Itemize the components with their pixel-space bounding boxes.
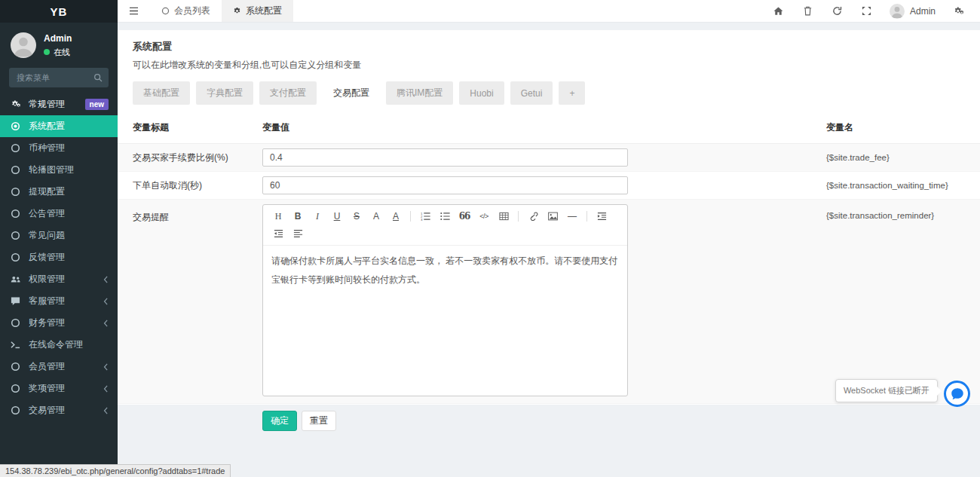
editor-toolbar: HBIUSAA12366</>— <box>263 205 627 246</box>
sidebar-item-auth[interactable]: 权限管理 <box>0 268 118 290</box>
topbar-right: Admin <box>764 0 980 22</box>
sidebar-item-service[interactable]: 客服管理 <box>0 290 118 312</box>
sidebar-item-notice[interactable]: 公告管理 <box>0 203 118 225</box>
config-tab-getui[interactable]: Getui <box>510 81 553 105</box>
code-icon[interactable]: </> <box>476 209 492 224</box>
row-varname: {$site.transaction_waiting_time} <box>826 176 980 194</box>
horizontal-rule-icon[interactable]: — <box>564 209 580 224</box>
menu-toggle-icon[interactable] <box>118 0 150 22</box>
heading-icon[interactable]: H <box>270 209 286 224</box>
chevron-left-icon <box>103 407 109 414</box>
sidebar-item-system-config[interactable]: 系统配置 <box>0 115 118 137</box>
config-tab-dictionary[interactable]: 字典配置 <box>196 81 253 105</box>
row-title: 交易提醒 <box>133 204 262 396</box>
fullscreen-icon[interactable] <box>852 0 881 23</box>
chat-widget-button[interactable] <box>944 381 970 407</box>
underline-icon[interactable]: U <box>329 209 345 224</box>
sidebar: YB Admin 在线 常规管理new系统配置币种管理轮播图管理提现配置公告管理… <box>0 0 118 477</box>
circle-icon <box>11 187 23 197</box>
editor-content[interactable]: 请确保付款卡所属人与平台实名信息一致， 若不一致卖家有权不放币。请不要使用支付宝… <box>263 246 627 295</box>
new-badge: new <box>85 99 109 110</box>
page-title: 系统配置 <box>133 40 980 54</box>
ordered-list-icon[interactable]: 123 <box>417 209 433 224</box>
row-title: 下单自动取消(秒) <box>133 176 262 194</box>
italic-icon[interactable]: I <box>309 209 326 224</box>
circle-icon <box>11 362 23 372</box>
refresh-icon[interactable] <box>822 0 852 23</box>
sidebar-item-feedback[interactable]: 反馈管理 <box>0 246 118 268</box>
table-row: 下单自动取消(秒) {$site.transaction_waiting_tim… <box>118 172 980 200</box>
user-avatar <box>11 32 36 58</box>
status-url: 154.38.78.239/ebi_otc.php/general/config… <box>0 464 231 477</box>
sidebar-item-currency[interactable]: 币种管理 <box>0 137 118 159</box>
toolbar-separator <box>410 211 411 222</box>
row-varname: {$site.transaction_reminder} <box>826 204 980 396</box>
font-color-icon[interactable]: A <box>387 209 404 224</box>
indent-icon[interactable] <box>593 209 610 224</box>
topbar-tab-system-config[interactable]: 系统配置 <box>222 0 293 22</box>
table-icon[interactable] <box>495 209 512 224</box>
image-icon[interactable] <box>544 209 561 224</box>
page-subtitle: 可以在此增改系统的变量和分组,也可以自定义分组和变量 <box>133 59 980 72</box>
reset-button[interactable]: 重置 <box>302 411 336 431</box>
outdent-icon[interactable] <box>270 226 286 241</box>
row-varname: {$site.trade_fee} <box>826 148 980 167</box>
toolbar-separator <box>518 211 519 222</box>
sidebar-item-finance[interactable]: 财务管理 <box>0 312 118 334</box>
sidebar-item-prize[interactable]: 奖项管理 <box>0 378 118 399</box>
circle-icon <box>11 405 23 415</box>
topbar-user-menu[interactable]: Admin <box>881 4 944 19</box>
table-row: 交易买家手续费比例(%) {$site.trade_fee} <box>118 144 980 172</box>
circle-icon <box>11 384 23 393</box>
sidebar-item-general[interactable]: 常规管理new <box>0 93 118 115</box>
search-icon <box>93 73 103 82</box>
config-tab-trade[interactable]: 交易配置 <box>323 81 380 105</box>
user-status: 在线 <box>44 47 72 58</box>
sidebar-item-withdraw[interactable]: 提现配置 <box>0 181 118 203</box>
config-tab-huobi[interactable]: Huobi <box>459 81 504 105</box>
row-title: 交易买家手续费比例(%) <box>133 148 262 167</box>
config-tab-payment[interactable]: 支付配置 <box>259 81 317 105</box>
unordered-list-icon[interactable] <box>436 209 453 224</box>
chevron-left-icon <box>103 298 109 305</box>
table-header: 变量标题 变量值 变量名 <box>118 114 980 144</box>
trade-fee-input[interactable] <box>262 148 628 167</box>
sidebar-item-command[interactable]: 在线命令管理 <box>0 334 118 356</box>
sidebar-item-faq[interactable]: 常见问题 <box>0 225 118 246</box>
bold-icon[interactable]: B <box>289 209 306 224</box>
trash-icon[interactable] <box>793 0 822 23</box>
sidebar-item-banner[interactable]: 轮播图管理 <box>0 159 118 181</box>
dot-circle-icon <box>11 121 23 131</box>
app-logo: YB <box>0 0 118 23</box>
circle-icon <box>11 318 23 328</box>
toolbar-separator <box>586 211 587 222</box>
user-name: Admin <box>44 33 72 44</box>
table-row: 交易提醒 HBIUSAA12366</>— 请确保付款卡所属人与平台实名信息一致… <box>118 200 980 404</box>
align-left-icon[interactable] <box>289 226 306 241</box>
font-size-icon[interactable]: A <box>368 209 384 224</box>
quote-icon[interactable]: 66 <box>456 209 473 224</box>
waiting-time-input[interactable] <box>262 176 628 194</box>
col-header-value: 变量值 <box>262 121 826 134</box>
rich-text-editor: HBIUSAA12366</>— 请确保付款卡所属人与平台实名信息一致， 若不一… <box>262 204 628 396</box>
chevron-left-icon <box>103 385 109 393</box>
sidebar-item-trade[interactable]: 交易管理 <box>0 399 118 421</box>
submit-button[interactable]: 确定 <box>262 411 297 431</box>
home-icon[interactable] <box>764 0 793 23</box>
add-tab-button[interactable]: + <box>559 81 585 105</box>
config-tab-tencent-im[interactable]: 腾讯IM配置 <box>386 81 453 105</box>
topbar-tab-member-list[interactable]: 会员列表 <box>150 0 222 22</box>
circle-icon <box>11 252 23 262</box>
sidebar-item-member[interactable]: 会员管理 <box>0 356 118 378</box>
topbar-avatar <box>890 4 905 19</box>
users-icon <box>11 274 23 284</box>
strikethrough-icon[interactable]: S <box>348 209 365 224</box>
link-icon[interactable] <box>525 209 541 224</box>
circle-icon <box>11 143 23 153</box>
topbar: 会员列表系统配置 Admin <box>118 0 980 23</box>
user-panel: Admin 在线 <box>0 23 118 66</box>
chevron-left-icon <box>103 363 109 371</box>
circle-icon <box>11 209 23 219</box>
config-tab-basic[interactable]: 基础配置 <box>133 81 190 105</box>
settings-gears-icon[interactable] <box>944 0 975 23</box>
